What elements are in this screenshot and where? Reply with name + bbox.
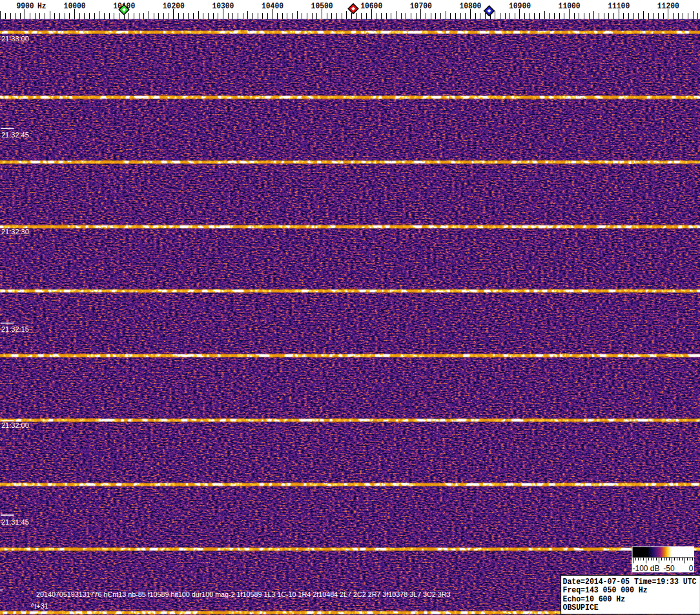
svg-text:21:33:00: 21:33:00 — [1, 35, 29, 43]
svg-text:11000: 11000 — [559, 1, 581, 11]
svg-text:11100: 11100 — [608, 1, 630, 11]
svg-text:11200: 11200 — [657, 1, 679, 11]
svg-text:10900: 10900 — [509, 1, 531, 11]
svg-text:9900: 9900 — [16, 1, 34, 11]
svg-text:20140705193131776 hCnt13 nb-85: 20140705193131776 hCnt13 nb-85 f10589 hi… — [36, 590, 451, 598]
svg-text:0: 0 — [689, 564, 694, 573]
svg-text:10500: 10500 — [311, 1, 333, 11]
svg-text:21:32:00: 21:32:00 — [1, 421, 29, 429]
svg-text:21:32:30: 21:32:30 — [1, 228, 29, 236]
svg-text:21:31:45: 21:31:45 — [1, 518, 29, 526]
svg-text:Hz: Hz — [37, 1, 46, 11]
svg-text:10700: 10700 — [410, 1, 432, 11]
svg-text:21:32:45: 21:32:45 — [1, 131, 29, 139]
svg-text:21:32:15: 21:32:15 — [1, 325, 29, 333]
svg-text:-100 dB: -100 dB — [633, 564, 660, 573]
svg-text:10400: 10400 — [262, 1, 283, 11]
svg-text:-50: -50 — [663, 564, 675, 573]
svg-text:10600: 10600 — [360, 1, 382, 11]
svg-text:10300: 10300 — [212, 1, 234, 11]
svg-text:^t+31: ^t+31 — [31, 602, 48, 610]
svg-text:10200: 10200 — [163, 1, 185, 11]
svg-text:OBSUPICE: OBSUPICE — [563, 603, 599, 612]
svg-text:10000: 10000 — [64, 1, 86, 11]
svg-text:10800: 10800 — [459, 1, 481, 11]
